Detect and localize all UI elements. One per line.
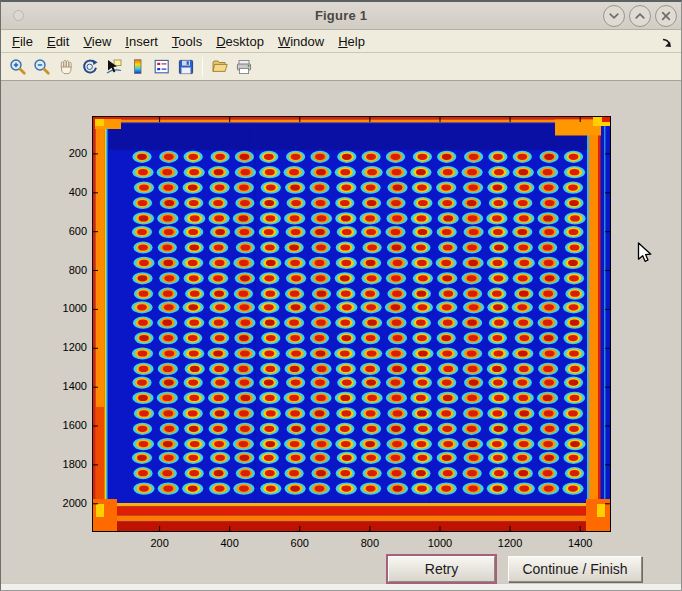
menu-item-help[interactable]: Help [331,32,372,51]
y-tick-label: 1800 [39,458,87,470]
legend-icon[interactable] [150,56,174,78]
x-tick-label: 1000 [415,537,465,549]
maximize-button[interactable] [629,5,651,27]
open-icon[interactable] [208,56,232,78]
x-tick-label: 200 [135,537,185,549]
toolbar-separator [202,57,203,77]
y-tick-label: 800 [39,264,87,276]
y-tick-label: 1400 [39,380,87,392]
menu-item-file[interactable]: File [5,32,40,51]
menu-item-view[interactable]: View [76,32,118,51]
window-title: Figure 1 [1,8,681,23]
save-icon[interactable] [174,56,198,78]
figure-window: Figure 1 FileEditViewInsertToolsDesktopW… [0,0,682,591]
shade-button[interactable] [603,5,625,27]
y-tick-label: 1200 [39,341,87,353]
y-tick-label: 400 [39,186,87,198]
zoom-out-icon[interactable] [30,56,54,78]
menu-item-tools[interactable]: Tools [165,32,209,51]
menu-item-insert[interactable]: Insert [118,32,165,51]
retry-button[interactable]: Retry [388,556,495,582]
y-tick-label: 600 [39,225,87,237]
zoom-in-icon[interactable] [6,56,30,78]
y-tick-label: 200 [39,147,87,159]
y-tick-label: 2000 [39,497,87,509]
window-controls [603,5,677,27]
data-cursor-icon[interactable] [102,56,126,78]
heatmap-image[interactable] [93,117,610,531]
x-tick-label: 1200 [485,537,535,549]
pan-icon[interactable] [54,56,78,78]
x-tick-label: 800 [345,537,395,549]
window-menu-icon[interactable] [13,10,24,21]
menu-item-window[interactable]: Window [271,32,331,51]
x-tick-label: 600 [275,537,325,549]
close-button[interactable] [655,5,677,27]
colorbar-icon[interactable] [126,56,150,78]
x-tick-label: 1400 [555,537,605,549]
mouse-cursor-icon [637,242,653,264]
dock-arrow-icon[interactable] [660,35,673,48]
y-tick-label: 1600 [39,419,87,431]
x-tick-label: 400 [205,537,255,549]
title-bar[interactable]: Figure 1 [1,2,681,30]
y-tick-label: 1000 [39,302,87,314]
axes-plot-area[interactable] [92,116,611,532]
print-icon[interactable] [232,56,256,78]
continue-finish-button[interactable]: Continue / Finish [508,556,642,582]
menu-item-edit[interactable]: Edit [40,32,76,51]
menu-item-desktop[interactable]: Desktop [209,32,271,51]
window-bottom-edge [1,583,681,591]
menu-bar: FileEditViewInsertToolsDesktopWindowHelp [1,30,681,53]
toolbar [1,53,681,81]
figure-content: Retry Continue / Finish 2004006008001000… [1,81,681,583]
rotate-3d-icon[interactable] [78,56,102,78]
